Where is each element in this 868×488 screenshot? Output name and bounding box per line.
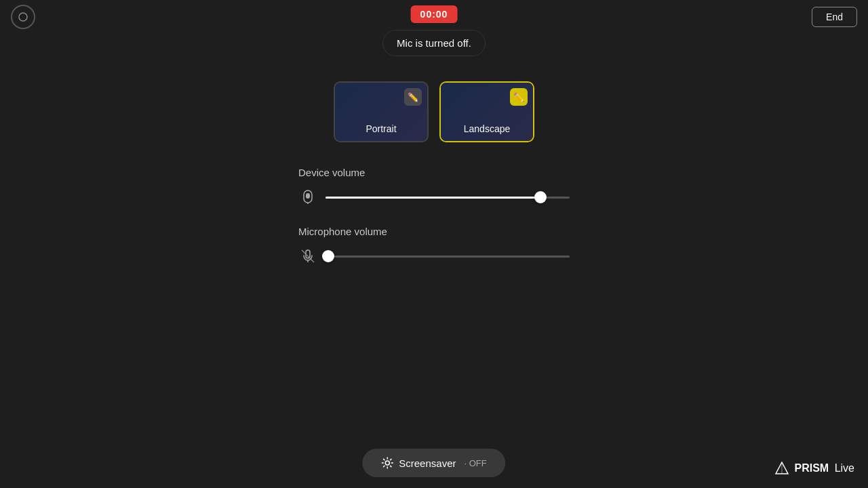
device-volume-slider[interactable] [326, 197, 570, 199]
timer-badge: 00:00 [411, 5, 458, 23]
device-volume-row [298, 188, 570, 207]
main-content: ✏️ Portrait ✏️ Landscape Device volume [298, 81, 570, 285]
svg-rect-2 [306, 193, 310, 199]
prism-text: PRISM Live [795, 462, 854, 474]
screensaver-icon [381, 457, 393, 469]
microphone-volume-row [298, 247, 570, 266]
mic-tooltip: Mic is turned off. [382, 30, 486, 56]
screensaver-button[interactable]: Screensaver · OFF [362, 449, 505, 477]
microphone-volume-section: Microphone volume [298, 226, 570, 266]
prism-logo-icon [774, 461, 789, 476]
microphone-volume-label: Microphone volume [298, 226, 570, 237]
header: 00:00 End [0, 0, 868, 34]
landscape-label: Landscape [464, 123, 511, 134]
end-button[interactable]: End [812, 7, 857, 27]
mic-tooltip-text: Mic is turned off. [397, 37, 471, 49]
prism-logo: PRISM Live [774, 461, 854, 476]
microphone-muted-icon [298, 247, 317, 266]
svg-point-0 [19, 13, 27, 21]
device-volume-label: Device volume [298, 167, 570, 178]
header-left [11, 5, 35, 29]
timer-text: 00:00 [420, 9, 448, 20]
portrait-label: Portrait [366, 123, 396, 134]
screensaver-state: · OFF [464, 458, 486, 468]
landscape-edit-icon[interactable]: ✏️ [510, 88, 528, 106]
screensaver-label: Screensaver [399, 458, 456, 469]
landscape-card[interactable]: ✏️ Landscape [439, 81, 534, 142]
portrait-edit-icon[interactable]: ✏️ [404, 88, 422, 106]
microphone-volume-slider[interactable] [326, 256, 570, 258]
orientation-cards: ✏️ Portrait ✏️ Landscape [298, 81, 570, 142]
portrait-card[interactable]: ✏️ Portrait [334, 81, 429, 142]
device-volume-section: Device volume [298, 167, 570, 207]
back-button[interactable] [11, 5, 35, 29]
device-volume-icon [298, 188, 317, 207]
bottom-bar: Screensaver · OFF [362, 449, 505, 477]
svg-point-6 [385, 461, 389, 465]
